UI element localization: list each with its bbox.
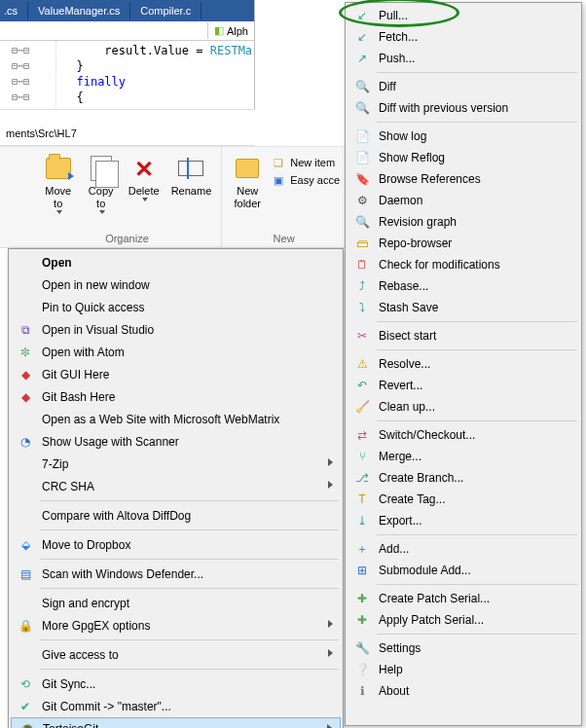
ctx-defender[interactable]: ▤Scan with Windows Defender... — [11, 563, 341, 585]
editor-scope-dropdown[interactable]: ◧ Alph — [207, 22, 254, 39]
tg-revision-graph[interactable]: 🔍Revision graph — [348, 211, 579, 233]
context-menu: Open Open in new window Pin to Quick acc… — [8, 248, 344, 728]
ctx-dropbox[interactable]: ⬙Move to Dropbox — [11, 533, 341, 556]
tg-switch[interactable]: ⇄Switch/Checkout... — [348, 424, 579, 446]
rename-button[interactable]: Rename — [167, 151, 216, 218]
tg-resolve[interactable]: ⚠Resolve... — [348, 353, 579, 375]
tg-help[interactable]: ❔Help — [348, 659, 579, 680]
submenu-arrow-icon — [328, 458, 333, 466]
ctx-tortoisegit[interactable]: 🐢TortoiseGit — [11, 717, 341, 728]
ctx-git-bash[interactable]: ◆Git Bash Here — [11, 385, 341, 408]
tg-fetch[interactable]: ↙Fetch... — [348, 26, 579, 48]
editor-scope-label: Alph — [227, 25, 248, 37]
ribbon-group-new: Newfolder ❏ New item ▣ Easy acce New — [222, 147, 346, 247]
tg-check-modifications[interactable]: 🗒Check for modifications — [348, 254, 579, 275]
tg-export[interactable]: ⤓Export... — [348, 510, 579, 531]
code-area[interactable]: ⊟⋯⊟ ⊟⋯⊟ ⊟⋯⊟ ⊟⋯⊟ result.Value = RESTMar }… — [0, 41, 254, 109]
tg-submodule-add[interactable]: ⊞Submodule Add... — [348, 560, 579, 581]
copy-to-label: Copyto — [89, 185, 114, 210]
ctx-scanner[interactable]: ◔Show Usage with Scanner — [11, 430, 341, 453]
ctx-pin-quick-access[interactable]: Pin to Quick access — [11, 296, 341, 318]
tg-add[interactable]: ＋Add... — [348, 538, 579, 560]
ctx-diffdog[interactable]: Compare with Altova DiffDog — [11, 504, 341, 527]
separator — [377, 122, 577, 123]
tg-browse-refs[interactable]: 🔖Browse References — [348, 168, 579, 190]
tg-repo-browser[interactable]: 🗃Repo-browser — [348, 233, 579, 254]
new-folder-button[interactable]: Newfolder — [228, 151, 267, 214]
tg-about[interactable]: ℹAbout — [348, 680, 579, 702]
editor-navbar: ◧ Alph — [0, 21, 254, 41]
new-item-button[interactable]: ❏ New item — [271, 155, 340, 170]
atom-icon: ✼ — [15, 344, 36, 361]
folder-move-icon — [46, 158, 71, 179]
reflog-icon: 📄 — [351, 149, 373, 166]
separator — [40, 669, 339, 670]
move-to-button[interactable]: Moveto — [39, 151, 78, 218]
tg-daemon[interactable]: ⚙Daemon — [348, 190, 579, 211]
tg-push[interactable]: ↗Push... — [348, 48, 579, 69]
tg-merge[interactable]: ⑂Merge... — [348, 446, 579, 467]
copy-to-button[interactable]: Copyto — [82, 151, 121, 218]
new-item-icon: ❏ — [271, 155, 286, 170]
ctx-git-commit[interactable]: ✔Git Commit -> "master"... — [11, 695, 341, 717]
ctx-open[interactable]: Open — [11, 251, 341, 273]
easy-access-button[interactable]: ▣ Easy acce — [271, 172, 340, 188]
tg-rebase[interactable]: ⤴Rebase... — [348, 275, 579, 297]
tg-create-tag[interactable]: TCreate Tag... — [348, 489, 579, 510]
git-commit-icon: ✔ — [15, 698, 36, 715]
tg-pull[interactable]: ↙Pull... — [348, 5, 579, 26]
address-bar[interactable]: ments\Src\HL7 — [0, 109, 255, 146]
submenu-arrow-icon — [328, 620, 333, 628]
vs-icon: ⧉ — [15, 321, 36, 339]
submodule-icon: ⊞ — [351, 562, 373, 579]
caret-down-icon — [56, 210, 62, 214]
checkmod-icon: 🗒 — [351, 256, 373, 273]
ctx-git-sync[interactable]: ⟲Git Sync... — [11, 673, 341, 695]
tab-compiler[interactable]: Compiler.c — [130, 2, 201, 19]
tab-frag[interactable]: .cs — [0, 2, 28, 19]
tab-valuemanager[interactable]: ValueManager.cs — [28, 2, 130, 19]
settings-icon: 🔧 — [351, 639, 373, 657]
tg-create-branch[interactable]: ⎇Create Branch... — [348, 467, 579, 489]
tg-cleanup[interactable]: 🧹Clean up... — [348, 396, 579, 418]
browse-refs-icon: 🔖 — [351, 170, 373, 188]
tg-bisect[interactable]: ✂Bisect start — [348, 325, 579, 346]
tg-create-patch[interactable]: ✚Create Patch Serial... — [348, 588, 579, 609]
repobrowser-icon: 🗃 — [351, 235, 373, 252]
tg-apply-patch[interactable]: ✚Apply Patch Serial... — [348, 609, 579, 631]
tg-show-reflog[interactable]: 📄Show Reflog — [348, 147, 579, 168]
ctx-git-gui[interactable]: ◆Git GUI Here — [11, 363, 341, 385]
tg-diff-prev[interactable]: 🔍Diff with previous version — [348, 97, 579, 119]
about-icon: ℹ — [351, 682, 373, 700]
tg-diff[interactable]: 🔍Diff — [348, 76, 579, 97]
revert-icon: ↶ — [351, 377, 373, 394]
method-icon: ◧ — [214, 24, 224, 37]
fetch-icon: ↙ — [351, 28, 373, 46]
caret-down-icon — [142, 198, 148, 201]
delete-button[interactable]: ✕ Delete — [125, 151, 164, 218]
help-icon: ❔ — [351, 661, 373, 678]
ctx-crc-sha[interactable]: CRC SHA — [11, 475, 341, 497]
git-gui-icon: ◆ — [15, 366, 36, 383]
tg-revert[interactable]: ↶Revert... — [348, 375, 579, 396]
separator — [377, 534, 577, 535]
new-folder-label: Newfolder — [234, 185, 261, 210]
separator — [377, 634, 577, 635]
ctx-open-atom[interactable]: ✼Open with Atom — [11, 341, 341, 363]
ctx-open-new-window[interactable]: Open in new window — [11, 273, 341, 296]
submenu-arrow-icon — [328, 481, 333, 489]
ctx-webmatrix[interactable]: Open as a Web Site with Microsoft WebMat… — [11, 408, 341, 430]
tg-stash-save[interactable]: ⤵Stash Save — [348, 297, 579, 318]
tg-settings[interactable]: 🔧Settings — [348, 637, 579, 659]
ctx-give-access[interactable]: Give access to — [11, 643, 341, 666]
ctx-sign-encrypt[interactable]: Sign and encrypt — [11, 592, 341, 614]
move-to-label: Moveto — [45, 185, 71, 210]
ctx-open-visual-studio[interactable]: ⧉Open in Visual Studio — [11, 318, 341, 341]
ctx-gpgex[interactable]: 🔒More GpgEX options — [11, 614, 341, 637]
scanner-icon: ◔ — [15, 433, 36, 451]
ctx-7zip[interactable]: 7-Zip — [11, 453, 341, 475]
cleanup-icon: 🧹 — [351, 398, 373, 416]
tg-show-log[interactable]: 📄Show log — [348, 126, 579, 147]
resolve-icon: ⚠ — [351, 355, 373, 373]
diff-icon: 🔍 — [351, 78, 373, 95]
